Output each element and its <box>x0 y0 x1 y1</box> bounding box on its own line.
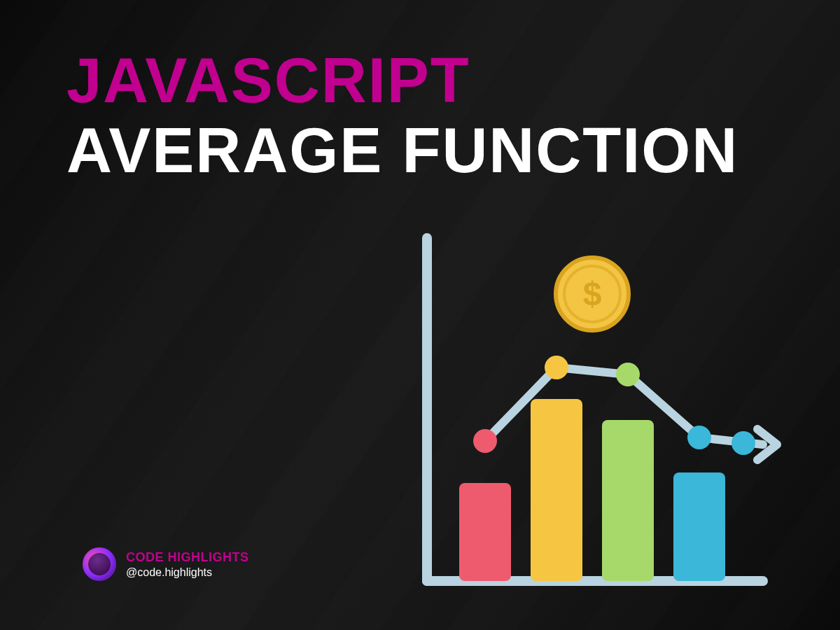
svg-point-7 <box>545 356 568 379</box>
brand-name: CODE HIGHLIGHTS <box>126 550 249 565</box>
title-block: JAVASCRIPT AVERAGE FUNCTION <box>66 49 738 182</box>
svg-text:$: $ <box>583 275 602 312</box>
chart-illustration: $ <box>413 217 791 595</box>
branding-text: CODE HIGHLIGHTS @code.highlights <box>126 550 249 579</box>
svg-rect-2 <box>459 483 511 581</box>
title-line-2: AVERAGE FUNCTION <box>66 119 738 182</box>
svg-point-9 <box>687 426 711 449</box>
svg-rect-5 <box>673 472 725 581</box>
svg-point-6 <box>473 429 497 453</box>
svg-point-10 <box>732 431 755 455</box>
brand-handle: @code.highlights <box>126 566 249 579</box>
bar-chart-icon: $ <box>413 217 791 595</box>
branding-block: CODE HIGHLIGHTS @code.highlights <box>83 547 249 581</box>
svg-rect-4 <box>602 420 654 581</box>
svg-rect-3 <box>531 399 582 581</box>
title-line-1: JAVASCRIPT <box>66 49 738 112</box>
svg-point-8 <box>616 363 640 386</box>
brand-avatar <box>83 547 116 581</box>
